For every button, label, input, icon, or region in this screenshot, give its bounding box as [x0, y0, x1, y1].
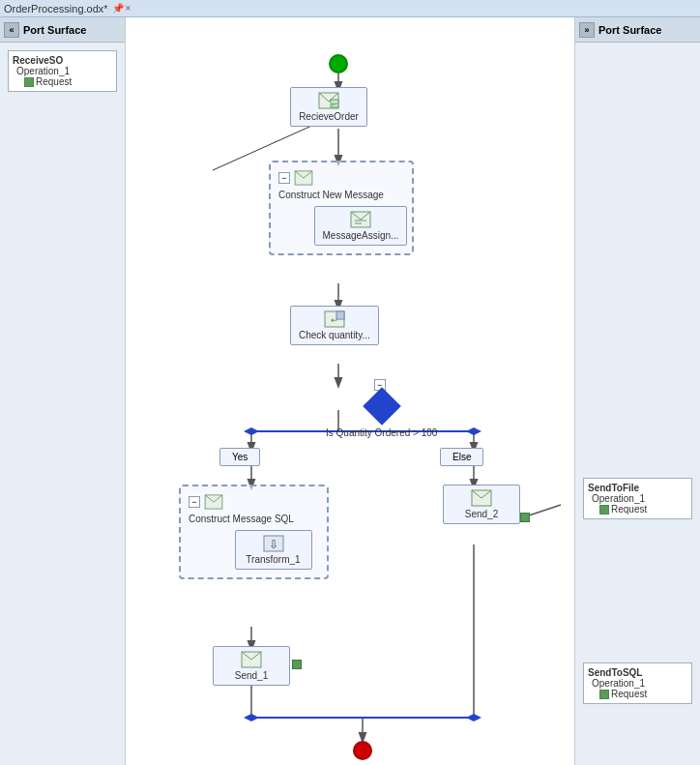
construct-message-sql-group: − Construct Message SQL: [179, 485, 329, 579]
send-2-node[interactable]: Send_2: [443, 485, 520, 524]
construct-header: −: [278, 170, 404, 186]
construct-collapse-button[interactable]: −: [278, 172, 290, 184]
construct-sql-header: −: [189, 494, 319, 510]
receive-order-box[interactable]: ↩ RecieveOrder: [290, 87, 367, 127]
message-assign-box[interactable]: MessageAssign...: [314, 206, 408, 246]
construct-msg-icon: [294, 170, 313, 186]
right-port-sendtosql-req: Request: [588, 689, 687, 699]
right-port-sendtosql-connector: [599, 690, 609, 699]
close-tab-button[interactable]: ×: [126, 3, 131, 14]
right-port-sendtosql-name: SendToSQL: [588, 667, 687, 678]
end-node: [353, 741, 372, 760]
svg-text:↩: ↩: [332, 101, 337, 107]
send-2-box[interactable]: Send_2: [443, 485, 520, 524]
left-port-title: Port Surface: [23, 24, 86, 36]
right-port-sendtosql-op: Operation_1: [588, 678, 687, 689]
transform-box[interactable]: ⇩ Transform_1: [235, 530, 312, 570]
decision-diamond-icon: [363, 387, 401, 426]
construct-sql-label: Construct Message SQL: [189, 514, 294, 524]
send-1-label: Send_1: [235, 670, 268, 681]
right-port-expand-button[interactable]: »: [579, 22, 595, 38]
right-port-sendtofile-op: Operation_1: [588, 493, 687, 504]
right-port-item-sendtofile[interactable]: SendToFile Operation_1 Request: [583, 478, 692, 519]
left-port-item-receiveso[interactable]: ReceiveSO Operation_1 Request: [8, 50, 117, 92]
canvas: ↩ RecieveOrder −: [126, 17, 574, 765]
message-assign-node[interactable]: MessageAssign...: [314, 206, 408, 246]
receive-order-icon: ↩: [317, 92, 340, 109]
construct-sql-box[interactable]: − Construct Message SQL: [179, 485, 329, 579]
start-node: [329, 54, 348, 74]
check-quantity-node[interactable]: ↩ Check quantity...: [290, 306, 379, 345]
send-1-node[interactable]: Send_1: [213, 646, 290, 686]
message-assign-label: MessageAssign...: [323, 230, 399, 241]
check-quantity-icon: ↩: [323, 310, 346, 328]
svg-text:⇩: ⇩: [269, 538, 278, 551]
left-port-connector-icon: [24, 77, 34, 87]
decision-label: Is Quantity Ordered > 100: [326, 427, 437, 438]
main-window: OrderProcessing.odx* 📌 × « Port Surface …: [0, 0, 700, 765]
left-port-header: « Port Surface: [0, 17, 125, 43]
start-circle-icon: [329, 54, 348, 74]
send-2-icon: [470, 489, 493, 507]
end-circle-icon: [353, 741, 372, 760]
transform-label: Transform_1: [246, 554, 300, 565]
main-area: « Port Surface ReceiveSO Operation_1 Req…: [0, 17, 700, 765]
svg-marker-18: [466, 427, 481, 435]
left-port-item-operation: Operation_1: [13, 66, 112, 76]
receive-order-node[interactable]: ↩ RecieveOrder: [290, 87, 367, 127]
svg-marker-19: [244, 714, 259, 721]
transform-icon: ⇩: [262, 535, 285, 552]
send-2-output-connector: [520, 513, 530, 522]
yes-box: Yes: [219, 448, 260, 466]
construct-new-message-label: Construct New Message: [278, 190, 384, 200]
title-text: OrderProcessing.odx*: [4, 3, 108, 15]
left-port-item-request: Request: [13, 76, 112, 87]
send-1-icon: [240, 651, 263, 668]
check-quantity-box[interactable]: ↩ Check quantity...: [290, 306, 379, 345]
send-1-box[interactable]: Send_1: [213, 646, 290, 686]
construct-sql-icon: [204, 494, 223, 510]
left-port-surface: « Port Surface ReceiveSO Operation_1 Req…: [0, 17, 126, 765]
title-bar: OrderProcessing.odx* 📌 ×: [0, 0, 700, 17]
else-box: Else: [440, 448, 483, 466]
right-port-sendtofile-connector: [599, 505, 609, 515]
construct-sql-collapse-button[interactable]: −: [189, 496, 200, 508]
else-branch-label: Else: [440, 448, 483, 466]
message-assign-icon: [349, 211, 372, 228]
right-port-surface: » Port Surface SendToFile Operation_1 Re…: [574, 17, 700, 765]
right-port-sendtofile-req: Request: [588, 504, 687, 515]
canvas-inner: ↩ RecieveOrder −: [126, 17, 574, 765]
receive-order-label: RecieveOrder: [299, 111, 359, 122]
send-1-output-connector: [292, 660, 302, 669]
construct-new-message-box[interactable]: − Construct New Message: [269, 161, 414, 255]
right-port-header: » Port Surface: [575, 17, 700, 43]
right-port-item-sendtosql[interactable]: SendToSQL Operation_1 Request: [583, 662, 692, 704]
left-port-collapse-button[interactable]: «: [4, 22, 19, 38]
transform-node[interactable]: ⇩ Transform_1: [235, 530, 312, 570]
right-port-sendtofile-name: SendToFile: [588, 483, 687, 493]
right-port-title: Port Surface: [598, 24, 661, 36]
yes-branch-label: Yes: [219, 448, 260, 466]
send-2-label: Send_2: [465, 509, 498, 519]
svg-marker-20: [466, 714, 481, 721]
check-quantity-label: Check quantity...: [299, 330, 370, 340]
svg-rect-30: [336, 311, 344, 319]
construct-new-message-group: − Construct New Message: [269, 161, 414, 255]
pin-button[interactable]: 📌: [112, 3, 124, 14]
svg-marker-17: [244, 427, 259, 435]
left-port-item-name: ReceiveSO: [13, 55, 112, 66]
decision-node: − Is Quantity Ordered > 100: [326, 379, 437, 438]
